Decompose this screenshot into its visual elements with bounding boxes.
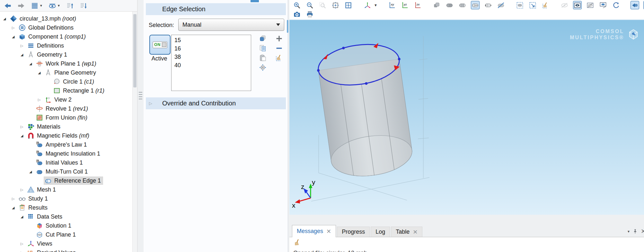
view-unhidden-only-button[interactable]: [573, 1, 582, 9]
pin-icon[interactable]: [632, 229, 638, 234]
go-to-zx-view-button[interactable]: zx: [413, 1, 422, 9]
refresh-button[interactable]: [612, 1, 620, 9]
copy-selection-button[interactable]: [258, 34, 268, 43]
tree-item-circular-13-mph[interactable]: ◢circular_13.mph(root): [0, 14, 132, 23]
go-to-yz-view-button[interactable]: yz: [401, 1, 409, 9]
tree-item-study-1[interactable]: ▷Study 1: [0, 194, 132, 203]
chevron-down-icon[interactable]: ▼: [40, 4, 43, 7]
tree-item-circle-1[interactable]: Circle 1(c1): [0, 77, 132, 86]
graphics-canvas[interactable]: COMSOL MULTIPHYSICS® y: [289, 20, 644, 215]
zoom-out-button[interactable]: [305, 1, 314, 9]
tree-item-rectangle-1[interactable]: Rectangle 1(r1): [0, 86, 132, 95]
tab-log[interactable]: Log: [371, 227, 390, 237]
add-to-selection-button[interactable]: [274, 34, 284, 43]
tree-item-views[interactable]: ▷Views: [0, 239, 132, 248]
tree-item-definitions[interactable]: ▷Definitions: [0, 41, 132, 50]
go-to-xy-view-button[interactable]: xy: [388, 1, 396, 9]
active-toggle-button[interactable]: ON: [149, 35, 171, 55]
tree-item-data-sets[interactable]: ◢Data Sets: [0, 212, 132, 221]
reset-hiding-button[interactable]: [599, 1, 607, 9]
tree-expander-collapsed-icon[interactable]: ▷: [21, 188, 26, 192]
tree-item-geometry-1[interactable]: ◢Geometry 1: [0, 50, 132, 59]
tree-item-component-1[interactable]: ◢Component 1(comp1): [0, 32, 132, 41]
tree-expander-collapsed-icon[interactable]: ▷: [21, 251, 26, 252]
tab-list-caret-icon[interactable]: ▾: [628, 229, 630, 234]
tree-item-global-definitions[interactable]: ▷Global Definitions: [0, 23, 132, 32]
tree-expander-collapsed-icon[interactable]: ▷: [38, 98, 44, 102]
clear-graphics-selection-button[interactable]: [541, 1, 550, 9]
zoom-in-button[interactable]: [293, 1, 301, 9]
tree-expander-expanded-icon[interactable]: ◢: [12, 206, 18, 210]
settings-scrollbar-accent[interactable]: [287, 20, 288, 33]
chevron-down-icon[interactable]: ▼: [374, 3, 377, 7]
hide-objects-button[interactable]: [560, 1, 569, 9]
tree-item-work-plane-1[interactable]: ◢Work Plane 1(wp1): [0, 59, 132, 68]
tree-item-reference-edge-1[interactable]: Reference Edge 1: [0, 176, 132, 185]
clear-messages-icon[interactable]: [293, 239, 302, 247]
model-tree-node-text-button[interactable]: ▼: [30, 1, 43, 11]
tree-item-multi-turn-coil-1[interactable]: ◢Multi-Turn Coil 1: [0, 167, 132, 176]
select-boundaries-button[interactable]: [458, 1, 467, 9]
section-collapsed-icon[interactable]: ▷: [146, 101, 155, 106]
close-tab-icon[interactable]: ✕: [326, 229, 331, 234]
selection-list-entry[interactable]: 38: [172, 53, 251, 61]
tree-expander-collapsed-icon[interactable]: ▷: [12, 26, 18, 30]
zoom-to-selection-list-button[interactable]: [258, 63, 268, 72]
close-tab-icon[interactable]: ✕: [413, 229, 418, 235]
remove-from-selection-button[interactable]: [274, 44, 284, 52]
tree-item-view-2[interactable]: ▷xyView 2: [0, 95, 132, 104]
tree-expander-expanded-icon[interactable]: ◢: [38, 71, 44, 75]
model-builder-scrollbar[interactable]: [132, 12, 137, 252]
zoom-extents-button[interactable]: [331, 1, 340, 9]
tree-expander-collapsed-icon[interactable]: ▷: [12, 197, 18, 201]
panel-splitter[interactable]: [137, 0, 144, 252]
zoom-to-selection-button[interactable]: [344, 1, 353, 9]
paste-selection-button[interactable]: [258, 53, 268, 62]
tree-expander-expanded-icon[interactable]: ◢: [12, 35, 18, 39]
tab-messages[interactable]: Messages✕: [292, 225, 336, 237]
hide-in-view-button[interactable]: [586, 1, 595, 9]
tree-expander-expanded-icon[interactable]: ◢: [29, 170, 35, 174]
tree-item-magnetic-insulation-1[interactable]: DMagnetic Insulation 1: [0, 149, 132, 158]
tree-expander-collapsed-icon[interactable]: ▷: [21, 125, 26, 129]
tab-table[interactable]: Table✕: [391, 227, 422, 237]
selection-list-entry[interactable]: 16: [172, 44, 251, 53]
tree-expander-expanded-icon[interactable]: ◢: [3, 17, 9, 21]
scrollbar-thumb[interactable]: [133, 14, 137, 87]
close-panel-icon[interactable]: ✕: [641, 228, 644, 235]
splitter-grip-icon[interactable]: [139, 92, 142, 101]
tree-item-magnetic-fields[interactable]: ◢Magnetic Fields(mf): [0, 131, 132, 140]
selection-list-entry[interactable]: 15: [172, 36, 251, 44]
forward-button[interactable]: [17, 1, 26, 11]
show-button[interactable]: ▼: [48, 1, 61, 11]
selection-dropdown[interactable]: Manual: [178, 19, 284, 31]
print-button[interactable]: [305, 10, 314, 18]
tree-item-plane-geometry[interactable]: ◢Plane Geometry: [0, 68, 132, 77]
go-to-default-3d-view-button[interactable]: [363, 1, 372, 9]
zoom-box-button[interactable]: [318, 1, 327, 9]
tree-item-initial-values-1[interactable]: DInitial Values 1: [0, 158, 132, 167]
tree-item-solution-1[interactable]: Solution 1: [0, 221, 132, 230]
move-up-button[interactable]: [66, 1, 75, 11]
tree-expander-expanded-icon[interactable]: ◢: [21, 134, 26, 138]
tree-expander-expanded-icon[interactable]: ◢: [29, 62, 35, 66]
select-edges-button[interactable]: [471, 1, 480, 9]
tree-item-amp-re-s-law-1[interactable]: DAmpère's Law 1: [0, 140, 132, 149]
override-contribution-section[interactable]: ▷ Override and Contribution: [146, 97, 286, 109]
tree-item-mesh-1[interactable]: ▷Mesh 1: [0, 185, 132, 194]
clear-selection-button[interactable]: [274, 53, 284, 62]
create-selection-button[interactable]: [258, 44, 268, 52]
edge-selection-list[interactable]: 15163840: [171, 35, 251, 91]
select-domains-button[interactable]: [445, 1, 454, 9]
tree-item-cut-plane-1[interactable]: Cut Plane 1: [0, 230, 132, 239]
tab-progress[interactable]: Progress: [337, 227, 370, 237]
selection-list-entry[interactable]: 40: [172, 61, 251, 69]
back-button[interactable]: [3, 1, 12, 11]
select-points-button[interactable]: [484, 1, 492, 9]
select-box-button[interactable]: [516, 1, 524, 9]
select-objects-button[interactable]: [432, 1, 441, 9]
tree-item-results[interactable]: ◢Results: [0, 203, 132, 212]
cylinder-3d-model[interactable]: [289, 20, 644, 215]
tree-item-derived-values[interactable]: ▷8.85Derived Values: [0, 248, 132, 252]
tree-expander-collapsed-icon[interactable]: ▷: [21, 44, 26, 48]
